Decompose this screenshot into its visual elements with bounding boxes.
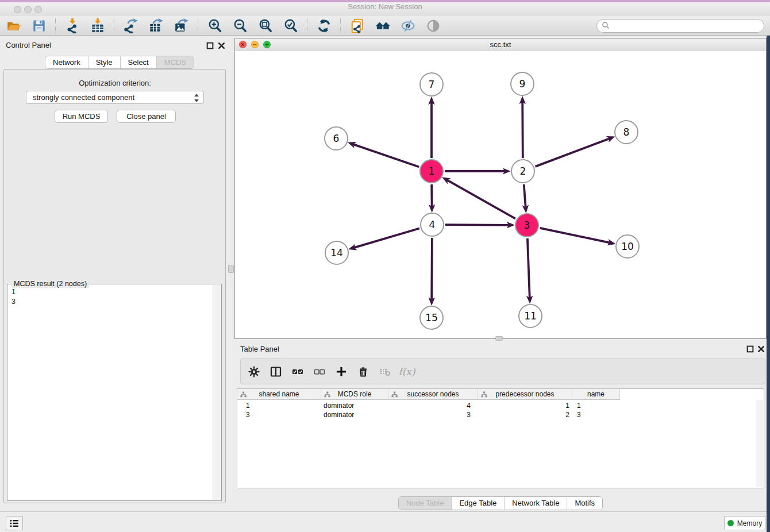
- zoom-selected-button[interactable]: [280, 17, 301, 35]
- network-view-window: × − + scc.txt 7968124314101511: [234, 38, 767, 339]
- import-table-button[interactable]: [87, 17, 108, 35]
- edge-4-3[interactable]: [445, 225, 512, 225]
- control-panel-float-icon[interactable]: [206, 42, 214, 49]
- table-cell[interactable]: 1: [572, 401, 620, 410]
- graph-node-2[interactable]: 2: [511, 159, 535, 183]
- tab-network[interactable]: Network: [45, 56, 88, 68]
- edge-3-1[interactable]: [445, 179, 515, 219]
- column-header-shared-name[interactable]: shared name: [237, 389, 321, 400]
- hide-graphics-details-icon: [401, 18, 415, 33]
- tab-node-table[interactable]: Node Table: [399, 497, 452, 510]
- graph-node-10[interactable]: 10: [615, 234, 640, 259]
- table-cell[interactable]: 1: [237, 401, 321, 410]
- delete-row-button[interactable]: [355, 363, 372, 380]
- hide-graphics-details-button[interactable]: [398, 17, 418, 35]
- graph-node-8[interactable]: 8: [614, 120, 638, 144]
- tab-network-table[interactable]: Network Table: [505, 497, 567, 510]
- edge-2-9[interactable]: [522, 99, 523, 158]
- tab-select[interactable]: Select: [121, 56, 157, 68]
- edge-4-15[interactable]: [432, 238, 432, 303]
- export-table-button[interactable]: [146, 17, 167, 35]
- mcds-result-text[interactable]: 1 3: [8, 285, 213, 500]
- table-cell[interactable]: 3: [388, 410, 478, 419]
- zoom-in-button[interactable]: [205, 17, 225, 35]
- column-header-successor-nodes[interactable]: successor nodes: [388, 389, 478, 400]
- toolbar-separator: [340, 18, 341, 33]
- optimization-criterion-dropdown[interactable]: strongly connected component: [26, 91, 204, 104]
- save-session-button[interactable]: [29, 17, 49, 35]
- tab-mcds[interactable]: MCDS: [157, 56, 194, 68]
- network-from-file-button[interactable]: [347, 17, 368, 35]
- column-header-name[interactable]: name: [572, 389, 620, 400]
- close-panel-button[interactable]: Close panel: [117, 110, 176, 123]
- graph-node-1[interactable]: 1: [419, 159, 444, 183]
- task-history-button[interactable]: [6, 516, 23, 530]
- add-row-button[interactable]: [333, 363, 350, 380]
- vertical-splitter-handle[interactable]: [228, 265, 234, 273]
- memory-status-icon: [727, 520, 734, 526]
- graph-node-15[interactable]: 15: [419, 306, 444, 330]
- show-graphics-details-button[interactable]: [423, 17, 444, 35]
- tab-motifs[interactable]: Motifs: [567, 497, 602, 510]
- open-file-icon: [6, 18, 21, 33]
- column-header-MCDS-role[interactable]: MCDS role: [321, 389, 388, 400]
- graph-node-14[interactable]: 14: [325, 241, 349, 265]
- edge-3-11[interactable]: [528, 238, 530, 301]
- column-header-predecessor-nodes[interactable]: predecessor nodes: [478, 389, 572, 400]
- table-panel-float-icon[interactable]: [746, 345, 754, 353]
- edge-1-4[interactable]: [432, 184, 432, 210]
- table-cell[interactable]: dominator: [321, 401, 388, 410]
- table-cell[interactable]: 3: [572, 410, 620, 419]
- graph-node-7[interactable]: 7: [419, 72, 444, 97]
- table-toolbar: f(x): [240, 358, 765, 384]
- graph-node-9[interactable]: 9: [510, 72, 534, 96]
- edge-4-14[interactable]: [351, 229, 419, 249]
- edge-3-10[interactable]: [540, 228, 613, 244]
- select-all-button[interactable]: [289, 363, 306, 380]
- table-cell[interactable]: 2: [478, 410, 572, 419]
- zoom-fit-button[interactable]: [255, 17, 276, 35]
- table-scrollbar[interactable]: [756, 400, 763, 487]
- tab-edge-table[interactable]: Edge Table: [452, 497, 505, 510]
- table-cell[interactable]: 3: [237, 410, 321, 419]
- zoom-out-button[interactable]: [230, 17, 251, 35]
- export-image-button[interactable]: [171, 17, 192, 35]
- network-canvas[interactable]: 7968124314101511: [235, 51, 766, 338]
- split-view-icon: [270, 366, 282, 377]
- table-cell[interactable]: 4: [388, 401, 478, 410]
- edge-2-8[interactable]: [536, 137, 613, 167]
- home-button[interactable]: [372, 17, 393, 35]
- table-cell[interactable]: 1: [478, 401, 572, 410]
- function-builder-icon: f(x): [398, 366, 415, 377]
- control-panel-close-icon[interactable]: [218, 42, 225, 49]
- import-network-button[interactable]: [62, 17, 83, 35]
- search-icon: [602, 21, 610, 31]
- horizontal-splitter-handle[interactable]: [495, 336, 503, 341]
- graph-node-3[interactable]: 3: [515, 213, 539, 237]
- network-window-titlebar[interactable]: × − + scc.txt: [235, 38, 766, 52]
- search-input[interactable]: [610, 21, 756, 31]
- sort-icon: [481, 391, 487, 399]
- refresh-button[interactable]: [314, 17, 334, 35]
- graph-node-6[interactable]: 6: [324, 126, 348, 151]
- edge-2-3[interactable]: [524, 184, 526, 210]
- split-view-button[interactable]: [267, 363, 284, 380]
- graph-node-4[interactable]: 4: [420, 213, 444, 237]
- export-network-button[interactable]: [121, 17, 141, 35]
- deselect-all-button[interactable]: [311, 363, 328, 380]
- toolbar-buttons: [3, 17, 448, 35]
- edge-1-6[interactable]: [351, 143, 419, 167]
- run-mcds-button[interactable]: Run MCDS: [55, 110, 108, 123]
- result-scrollbar[interactable]: [213, 285, 221, 500]
- import-network-icon: [65, 18, 80, 33]
- graph-node-11[interactable]: 11: [518, 304, 542, 328]
- open-file-button[interactable]: [3, 17, 24, 35]
- memory-button[interactable]: Memory: [724, 516, 765, 530]
- search-box[interactable]: [596, 19, 764, 33]
- tab-style[interactable]: Style: [88, 56, 121, 68]
- table-cell[interactable]: dominator: [321, 410, 388, 419]
- table-panel-close-icon[interactable]: [757, 345, 765, 353]
- application-window: Session: New Session Control Panel Netwo…: [0, 0, 770, 532]
- edge-layer: [235, 51, 766, 338]
- settings-button[interactable]: [245, 363, 263, 380]
